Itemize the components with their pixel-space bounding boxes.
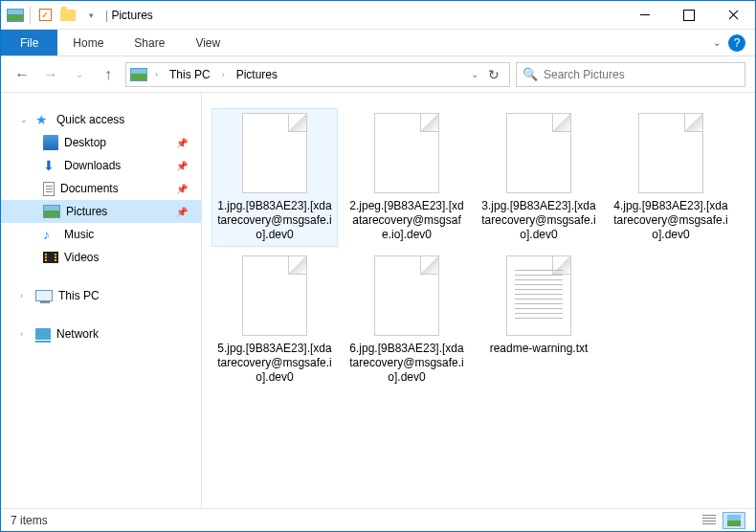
pin-icon: 📌 [176, 184, 188, 194]
file-list[interactable]: 1.jpg.[9B83AE23].[xdatarecovery@msgsafe.… [202, 93, 755, 508]
help-icon[interactable]: ? [728, 34, 745, 52]
ribbon-file-tab[interactable]: File [1, 30, 57, 55]
chevron-down-icon[interactable]: ⌄ [20, 115, 30, 124]
downloads-icon: ⬇ [43, 158, 58, 173]
desktop-icon [43, 135, 58, 150]
music-icon: ♪ [43, 227, 58, 242]
maximize-button[interactable] [667, 1, 711, 30]
nav-network[interactable]: › Network [1, 322, 201, 345]
documents-icon [43, 182, 55, 196]
pin-icon: 📌 [176, 161, 188, 171]
nav-label: Quick access [56, 113, 124, 126]
file-item[interactable]: 1.jpg.[9B83AE23].[xdatarecovery@msgsafe.… [211, 108, 338, 247]
file-name: readme-warning.txt [490, 342, 589, 356]
file-name: 3.jpg.[9B83AE23].[xdatarecovery@msgsafe.… [480, 199, 597, 242]
up-button[interactable]: ↑ [97, 63, 120, 86]
sidebar-item-documents[interactable]: Documents📌 [1, 177, 201, 200]
forward-button[interactable]: → [39, 63, 62, 86]
file-name: 6.jpg.[9B83AE23].[xdatarecovery@msgsafe.… [348, 342, 465, 385]
recent-dropdown-icon[interactable]: ⌄ [68, 63, 91, 86]
file-name: 2.jpeg.[9B83AE23].[xdatarecovery@msgsafe… [348, 199, 465, 242]
file-item[interactable]: 2.jpeg.[9B83AE23].[xdatarecovery@msgsafe… [344, 108, 470, 247]
videos-icon [43, 252, 58, 263]
pictures-icon [43, 205, 60, 218]
star-icon: ★ [35, 112, 51, 127]
ribbon-tab-home[interactable]: Home [57, 30, 119, 55]
sidebar-item-pictures[interactable]: Pictures📌 [1, 200, 201, 223]
file-name: 5.jpg.[9B83AE23].[xdatarecovery@msgsafe.… [216, 342, 333, 385]
file-item[interactable]: 3.jpg.[9B83AE23].[xdatarecovery@msgsafe.… [476, 108, 602, 247]
nav-label: Network [56, 327, 99, 341]
details-icon [702, 515, 716, 526]
sidebar-item-videos[interactable]: Videos [1, 246, 201, 269]
file-item[interactable]: readme-warning.txt [476, 251, 602, 389]
file-icon [374, 113, 439, 193]
navigation-pane: ⌄ ★ Quick access Desktop📌⬇Downloads📌Docu… [1, 93, 202, 508]
details-view-button[interactable] [698, 512, 721, 529]
file-item[interactable]: 5.jpg.[9B83AE23].[xdatarecovery@msgsafe.… [211, 251, 338, 389]
pin-icon: 📌 [176, 207, 188, 217]
sidebar-item-music[interactable]: ♪Music [1, 223, 201, 246]
nav-this-pc[interactable]: › This PC [1, 284, 201, 307]
nav-label: Music [64, 228, 94, 241]
network-icon [35, 328, 51, 340]
status-bar: 7 items [1, 508, 755, 531]
nav-label: This PC [58, 289, 100, 302]
ribbon-expand-icon[interactable]: ⌄ [713, 37, 721, 48]
close-button[interactable] [711, 1, 755, 30]
pc-icon [35, 290, 53, 301]
ribbon: File Home Share View ⌄ ? [1, 30, 755, 56]
ribbon-tab-view[interactable]: View [180, 30, 235, 55]
file-name: 4.jpg.[9B83AE23].[xdatarecovery@msgsafe.… [612, 199, 729, 242]
file-icon [506, 113, 571, 193]
qat-newfolder-icon[interactable] [59, 7, 77, 24]
refresh-icon[interactable]: ↻ [488, 67, 500, 82]
file-item[interactable]: 6.jpg.[9B83AE23].[xdatarecovery@msgsafe.… [344, 251, 470, 389]
breadcrumb-root[interactable]: This PC [166, 66, 214, 83]
chevron-right-icon[interactable]: › [20, 329, 30, 339]
nav-label: Desktop [64, 136, 106, 149]
search-box[interactable]: 🔍 [516, 62, 745, 87]
window-title: Pictures [100, 9, 153, 22]
chevron-right-icon[interactable]: › [151, 70, 162, 79]
back-button[interactable]: ← [11, 63, 33, 86]
file-icon [242, 255, 307, 336]
ribbon-tab-share[interactable]: Share [119, 30, 180, 55]
qat-properties-icon[interactable]: ✓ [36, 7, 54, 24]
chevron-right-icon[interactable]: › [20, 291, 30, 300]
app-icon [7, 9, 24, 22]
address-bar[interactable]: › This PC › Pictures ⌄ ↻ [125, 62, 510, 87]
nav-label: Videos [64, 251, 99, 264]
pin-icon: 📌 [176, 138, 188, 148]
file-item[interactable]: 4.jpg.[9B83AE23].[xdatarecovery@msgsafe.… [608, 108, 734, 247]
file-icon [242, 113, 307, 193]
qat-dropdown-icon[interactable]: ▾ [82, 7, 100, 24]
file-icon [374, 255, 439, 336]
nav-label: Downloads [64, 159, 121, 172]
nav-quick-access[interactable]: ⌄ ★ Quick access [1, 108, 201, 131]
file-icon [506, 255, 571, 336]
file-icon [638, 113, 703, 193]
chevron-right-icon[interactable]: › [218, 70, 229, 79]
nav-label: Documents [60, 182, 119, 195]
file-name: 1.jpg.[9B83AE23].[xdatarecovery@msgsafe.… [216, 199, 333, 242]
divider [30, 7, 31, 24]
address-dropdown-icon[interactable]: ⌄ [471, 69, 478, 79]
nav-label: Pictures [66, 205, 107, 218]
sidebar-item-desktop[interactable]: Desktop📌 [1, 131, 201, 154]
search-input[interactable] [544, 68, 739, 81]
search-icon: 🔍 [523, 67, 538, 81]
sidebar-item-downloads[interactable]: ⬇Downloads📌 [1, 154, 201, 177]
titlebar: ✓ ▾ Pictures [1, 1, 755, 30]
address-toolbar: ← → ⌄ ↑ › This PC › Pictures ⌄ ↻ 🔍 [1, 56, 755, 93]
location-icon [130, 68, 147, 81]
status-text: 7 items [11, 514, 48, 527]
thumbnails-view-button[interactable] [723, 512, 745, 529]
breadcrumb-current[interactable]: Pictures [233, 66, 281, 83]
thumbnails-icon [727, 515, 741, 526]
minimize-button[interactable] [623, 1, 667, 30]
